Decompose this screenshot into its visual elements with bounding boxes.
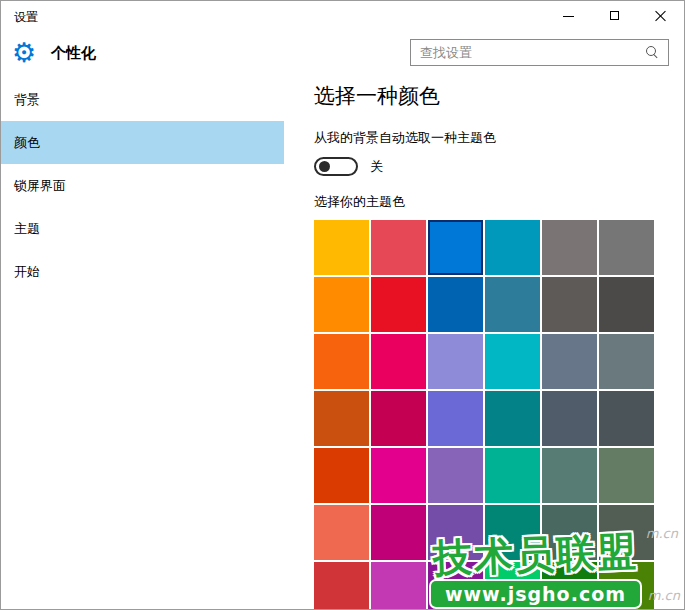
color-swatch[interactable] bbox=[314, 334, 369, 389]
sidebar-item-label: 锁屏界面 bbox=[14, 177, 66, 195]
header: ⚙ 个性化 bbox=[1, 31, 684, 76]
color-swatch[interactable] bbox=[485, 220, 540, 275]
color-swatch[interactable] bbox=[371, 505, 426, 560]
color-swatch[interactable] bbox=[599, 562, 654, 610]
color-swatch[interactable] bbox=[314, 562, 369, 610]
color-swatch[interactable] bbox=[371, 277, 426, 332]
minimize-icon bbox=[563, 16, 574, 17]
search-icon[interactable] bbox=[646, 46, 659, 59]
accent-color-label: 选择你的主题色 bbox=[314, 193, 684, 211]
sidebar-item-label: 颜色 bbox=[14, 134, 40, 152]
color-swatch[interactable] bbox=[314, 220, 369, 275]
sidebar-item-colors[interactable]: 颜色 bbox=[1, 121, 284, 164]
color-swatch[interactable] bbox=[542, 277, 597, 332]
color-swatch[interactable] bbox=[542, 391, 597, 446]
color-swatch[interactable] bbox=[485, 277, 540, 332]
sidebar: 背景 颜色 锁屏界面 主题 开始 bbox=[1, 76, 284, 609]
color-swatch[interactable] bbox=[599, 277, 654, 332]
sidebar-item-label: 开始 bbox=[14, 263, 40, 281]
settings-window: 设置 ⚙ 个性化 背景 颜色 锁屏界面 主题 bbox=[0, 0, 685, 610]
color-swatch[interactable] bbox=[599, 334, 654, 389]
color-swatch[interactable] bbox=[485, 562, 540, 610]
color-swatch[interactable] bbox=[542, 220, 597, 275]
toggle-knob-icon bbox=[319, 161, 330, 172]
window-title: 设置 bbox=[14, 9, 38, 26]
sidebar-item-lockscreen[interactable]: 锁屏界面 bbox=[1, 164, 284, 207]
toggle-row: 关 bbox=[314, 157, 684, 176]
color-swatch[interactable] bbox=[485, 505, 540, 560]
sidebar-item-start[interactable]: 开始 bbox=[1, 250, 284, 293]
sidebar-item-label: 背景 bbox=[14, 91, 40, 109]
color-swatch[interactable] bbox=[314, 448, 369, 503]
color-swatch[interactable] bbox=[599, 220, 654, 275]
color-swatch-selected[interactable] bbox=[428, 220, 483, 275]
color-swatch[interactable] bbox=[599, 391, 654, 446]
color-swatch[interactable] bbox=[542, 448, 597, 503]
color-swatch[interactable] bbox=[428, 562, 483, 610]
sidebar-item-background[interactable]: 背景 bbox=[1, 78, 284, 121]
close-button[interactable] bbox=[638, 1, 684, 31]
color-swatch[interactable] bbox=[428, 505, 483, 560]
color-swatch[interactable] bbox=[428, 334, 483, 389]
main-content: 选择一种颜色 从我的背景自动选取一种主题色 关 选择你的主题色 bbox=[314, 76, 684, 609]
gear-icon: ⚙ bbox=[12, 35, 36, 71]
close-icon bbox=[655, 10, 667, 22]
accent-color-grid bbox=[314, 220, 656, 610]
search-input[interactable] bbox=[411, 40, 668, 65]
color-swatch[interactable] bbox=[371, 448, 426, 503]
color-swatch[interactable] bbox=[428, 277, 483, 332]
body: 背景 颜色 锁屏界面 主题 开始 选择一种颜色 从我的背景自动选取一种主题色 bbox=[1, 76, 684, 609]
maximize-icon bbox=[610, 11, 619, 20]
page-title: 个性化 bbox=[51, 44, 96, 63]
color-swatch[interactable] bbox=[485, 391, 540, 446]
color-swatch[interactable] bbox=[314, 277, 369, 332]
color-swatch[interactable] bbox=[371, 391, 426, 446]
color-swatch[interactable] bbox=[485, 334, 540, 389]
color-swatch[interactable] bbox=[485, 448, 540, 503]
color-swatch[interactable] bbox=[542, 505, 597, 560]
color-swatch[interactable] bbox=[314, 505, 369, 560]
color-swatch[interactable] bbox=[599, 505, 654, 560]
minimize-button[interactable] bbox=[546, 1, 592, 31]
color-swatch[interactable] bbox=[428, 448, 483, 503]
auto-pick-label: 从我的背景自动选取一种主题色 bbox=[314, 129, 684, 147]
sidebar-item-label: 主题 bbox=[14, 220, 40, 238]
color-swatch[interactable] bbox=[371, 334, 426, 389]
color-swatch[interactable] bbox=[314, 391, 369, 446]
titlebar: 设置 bbox=[1, 1, 684, 31]
page-heading: 选择一种颜色 bbox=[314, 82, 684, 110]
color-swatch[interactable] bbox=[599, 448, 654, 503]
toggle-state-label: 关 bbox=[370, 158, 383, 176]
window-controls bbox=[546, 1, 684, 31]
maximize-button[interactable] bbox=[592, 1, 638, 31]
color-swatch[interactable] bbox=[542, 562, 597, 610]
color-swatch[interactable] bbox=[428, 391, 483, 446]
color-swatch[interactable] bbox=[542, 334, 597, 389]
color-swatch[interactable] bbox=[371, 562, 426, 610]
auto-pick-toggle[interactable] bbox=[314, 157, 358, 176]
search-box bbox=[410, 39, 669, 66]
color-swatch[interactable] bbox=[371, 220, 426, 275]
sidebar-item-themes[interactable]: 主题 bbox=[1, 207, 284, 250]
